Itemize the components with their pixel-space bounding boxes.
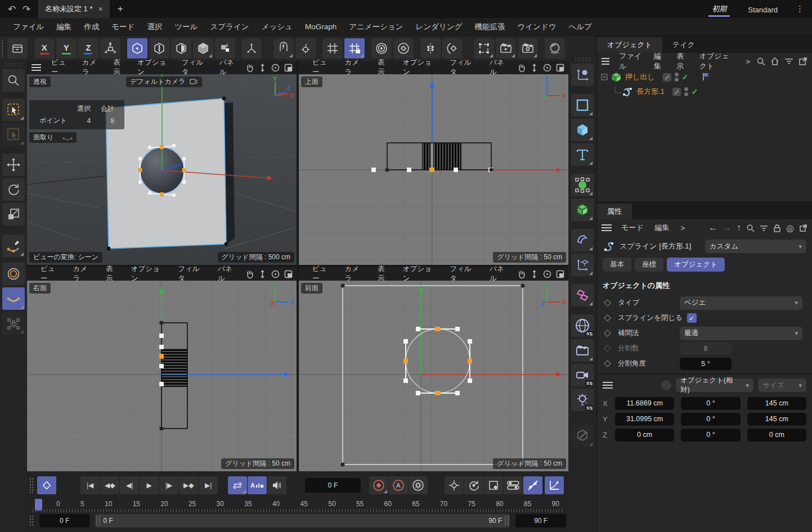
workplane-box-icon[interactable]	[7, 38, 28, 58]
snap-settings-icon[interactable]	[295, 38, 316, 58]
menu-item[interactable]: 選択	[141, 22, 168, 32]
layer-flag-icon[interactable]	[702, 72, 711, 81]
menu-item[interactable]: レンダリング	[410, 22, 469, 32]
menu-item[interactable]: ウインドウ	[512, 22, 563, 32]
position-field[interactable]: 0 cm	[615, 429, 674, 441]
range-start-field[interactable]: 0 F	[39, 514, 90, 528]
attr-menu-edit[interactable]: 編集	[650, 223, 675, 233]
object-name[interactable]: 長方形.1	[636, 87, 665, 97]
attr-menu-mode[interactable]: モード	[616, 223, 649, 233]
tree-row-rectangle[interactable]: 長方形.1 ✓	[597, 84, 812, 99]
stage-object-tool[interactable]	[571, 339, 594, 362]
om-menu-edit[interactable]: 編集	[649, 51, 670, 71]
maximize-viewport-icon[interactable]	[284, 269, 293, 279]
active-tool-chip[interactable]: 面取り	[29, 132, 77, 143]
key-parameters-button[interactable]	[504, 476, 523, 494]
document-tab[interactable]: 名称未設定 1 * ×	[38, 0, 110, 18]
palette-drag-handle[interactable]	[574, 57, 591, 61]
keyframe-settings-button[interactable]	[409, 476, 428, 494]
popout-icon[interactable]	[799, 224, 807, 232]
search-icon[interactable]	[756, 57, 765, 66]
maximize-viewport-icon[interactable]	[284, 63, 293, 73]
scale-field[interactable]: 0 cm	[747, 429, 806, 441]
orbit-icon[interactable]	[542, 63, 552, 73]
orbit-icon[interactable]	[542, 269, 552, 279]
om-menu-object[interactable]: オブジェクト	[694, 51, 740, 71]
panel-burger-icon[interactable]	[602, 224, 612, 231]
key-rotation-button[interactable]	[464, 476, 483, 494]
layout-tab-startup[interactable]: 初期	[708, 2, 730, 17]
lock-z-axis-button[interactable]: Z	[78, 38, 98, 58]
nav-forward-icon[interactable]: →	[723, 223, 732, 233]
circle-spline-tool[interactable]	[2, 263, 25, 285]
visibility-dots-icon[interactable]	[684, 87, 688, 96]
filter-icon[interactable]	[760, 225, 768, 231]
scale-tool[interactable]	[2, 203, 25, 226]
key-position-button[interactable]	[445, 476, 464, 494]
coord-space-dropdown[interactable]: オブジェクト(相対)▾	[676, 378, 753, 392]
sound-toggle-button[interactable]	[267, 476, 286, 494]
pan-hand-icon[interactable]	[517, 269, 526, 279]
palette-drag-handle[interactable]	[29, 477, 34, 493]
snap-enable-button[interactable]	[273, 38, 294, 58]
current-frame-field[interactable]: 0 F	[305, 478, 360, 493]
rectangle-spline-tool[interactable]	[571, 94, 594, 116]
menu-overflow-chevron[interactable]: >	[676, 224, 690, 232]
record-keyframe-button[interactable]	[37, 476, 56, 494]
rotation-field[interactable]: 0 °	[681, 429, 740, 441]
filter-icon[interactable]	[784, 58, 793, 65]
object-axis-mode-button[interactable]	[215, 38, 235, 58]
pan-hand-icon[interactable]	[245, 269, 254, 279]
pan-hand-icon[interactable]	[517, 63, 526, 73]
coordinates-axis-tool[interactable]	[571, 64, 594, 86]
viewport-top[interactable]: ビューカメラ表示オプションフィルタパネル	[299, 61, 568, 265]
om-menu-view[interactable]: 表示	[671, 51, 693, 71]
search-icon[interactable]	[746, 224, 755, 232]
interpolation-dropdown[interactable]: 最適▾	[680, 327, 802, 340]
angle-field[interactable]: 5 °	[680, 358, 732, 370]
autokey-mode-button[interactable]: A	[248, 476, 267, 494]
pen-spline-tool[interactable]	[2, 235, 25, 257]
menu-item[interactable]: メッシュ	[255, 22, 299, 32]
nav-back-icon[interactable]: ←	[708, 223, 717, 233]
axis-settings-icon[interactable]	[393, 38, 414, 58]
edge-mode-button[interactable]	[149, 38, 169, 58]
nav-up-icon[interactable]: ↑	[737, 223, 741, 233]
bend-deformer-tool[interactable]	[571, 229, 594, 251]
perspective-canvas[interactable]: 透視 デフォルトカメラ 選択合計 ポイント48	[27, 74, 297, 265]
close-spline-checkbox[interactable]: ✓	[687, 313, 697, 323]
dolly-zoom-icon[interactable]	[530, 269, 539, 279]
arc-spline-tool[interactable]	[2, 287, 25, 310]
extrude-generator-tool[interactable]	[571, 199, 594, 221]
axis-tool-button[interactable]	[241, 38, 262, 58]
rotation-field[interactable]: 0 °	[681, 397, 740, 410]
right-canvas[interactable]: 右面 グリッド間隔 : 50 cm Y Z X	[27, 281, 297, 471]
rectangle-selection-tool[interactable]	[2, 123, 25, 146]
sky-object-tool[interactable]: ST	[571, 314, 594, 337]
tab-takes[interactable]: テイク	[662, 37, 705, 53]
dolly-zoom-icon[interactable]	[258, 63, 267, 73]
layout-tab-standard[interactable]: Standard	[744, 3, 781, 15]
render-region-icon[interactable]	[474, 38, 494, 58]
preset-dropdown[interactable]: カスタム▾	[705, 240, 806, 253]
key-scale-button[interactable]	[484, 476, 503, 494]
key-psr-disabled-button[interactable]	[523, 476, 542, 494]
axis-edit-tool[interactable]	[2, 312, 25, 335]
polygon-mode-button[interactable]	[171, 38, 191, 58]
lock-icon[interactable]	[773, 224, 781, 232]
scale-field[interactable]: 145 cm	[747, 397, 806, 410]
tab-attributes[interactable]: 属性	[597, 204, 632, 219]
render-settings-button[interactable]	[518, 38, 538, 58]
key-diamond-icon[interactable]	[604, 314, 611, 322]
orbit-icon[interactable]	[271, 269, 280, 279]
menu-item[interactable]: 機能拡張	[469, 22, 512, 32]
undo-icon[interactable]: ↶	[6, 3, 18, 15]
lock-y-axis-button[interactable]: Y	[56, 38, 77, 58]
menu-item[interactable]: ファイル	[7, 22, 50, 32]
rotate-tool[interactable]	[2, 178, 25, 201]
tab-objects[interactable]: オブジェクト	[597, 37, 662, 53]
menu-item[interactable]: スプライン	[204, 22, 255, 32]
type-dropdown[interactable]: ベジエ▾	[680, 296, 802, 310]
new-tab-button[interactable]: +	[110, 0, 131, 18]
tab-coordinates[interactable]: 座標	[635, 258, 663, 272]
